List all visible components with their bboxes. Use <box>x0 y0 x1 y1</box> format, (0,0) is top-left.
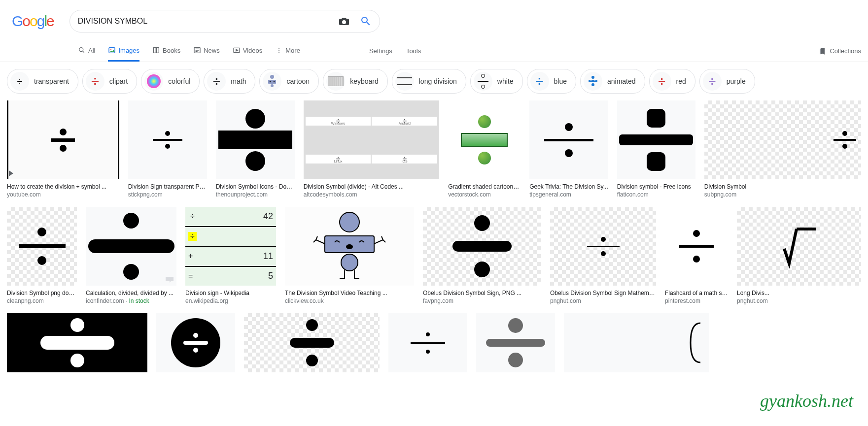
image-result[interactable] <box>156 313 235 372</box>
svg-point-17 <box>591 83 594 86</box>
result-source: flaticon.com <box>617 191 695 198</box>
image-result[interactable]: How to create the division ÷ symbol ... … <box>7 100 119 198</box>
result-title: Calculation, divided, divided by ... <box>86 290 176 296</box>
chip-keyboard[interactable]: keyboard <box>323 69 388 94</box>
svg-point-21 <box>341 254 358 271</box>
image-result[interactable]: Division symbol - Free icons flaticon.co… <box>617 100 695 198</box>
image-result[interactable] <box>476 313 555 372</box>
collections-link[interactable]: Collections <box>819 47 861 55</box>
tab-more-label: More <box>285 47 300 54</box>
image-result[interactable]: ÷42 ÷ +11 =5 Division sign - Wikipedia e… <box>185 207 276 304</box>
chip-long-division[interactable]: long division <box>392 69 466 94</box>
svg-point-8 <box>270 75 274 79</box>
image-result[interactable]: Division Symbol subpng.com <box>704 100 861 198</box>
divide-icon <box>144 72 163 91</box>
result-source: pinterest.com <box>665 297 728 304</box>
svg-point-12 <box>271 84 274 87</box>
divide-icon <box>474 72 492 91</box>
image-result[interactable]: Obelus Division Symbol Sign Mathemati...… <box>550 207 656 304</box>
svg-point-18 <box>340 212 359 232</box>
image-result[interactable]: The Division Symbol Video Teaching ... c… <box>285 207 414 304</box>
image-result[interactable] <box>7 313 147 372</box>
long-division-icon <box>395 72 414 91</box>
chip-cartoon[interactable]: cartoon <box>259 69 319 94</box>
tab-all[interactable]: All <box>78 40 95 62</box>
result-title: Gradient shaded cartoon d... <box>448 183 521 190</box>
result-source: subpng.com <box>704 191 861 198</box>
collections-label: Collections <box>830 47 861 55</box>
image-result[interactable]: Obelus Division Symbol Sign, PNG ... fav… <box>423 207 541 304</box>
search-input[interactable] <box>78 17 338 26</box>
divide-face-icon <box>584 72 602 91</box>
chip-white[interactable]: white <box>470 69 523 94</box>
svg-point-11 <box>274 81 275 82</box>
chip-transparent[interactable]: ÷transparent <box>7 69 78 94</box>
image-result[interactable]: Gradient shaded cartoon d... vectorstock… <box>448 100 521 198</box>
search-bar[interactable] <box>69 10 380 33</box>
divide-icon: ÷ <box>10 72 29 91</box>
svg-point-10 <box>270 81 271 82</box>
chip-colorful[interactable]: colorful <box>141 69 200 94</box>
image-result[interactable]: Long Divis... pnghut.com <box>737 207 861 304</box>
result-source: iconfinder.com · In stock <box>86 297 176 304</box>
result-title: Division symbol - Free icons <box>617 183 695 190</box>
tab-videos[interactable]: Videos <box>233 40 263 62</box>
result-source: youtube.com <box>7 191 119 198</box>
result-title: Division sign - Wikipedia <box>185 290 276 296</box>
image-result[interactable] <box>388 313 467 372</box>
result-source: en.wikipedia.org <box>185 297 276 304</box>
result-title: The Division Symbol Video Teaching ... <box>285 290 414 296</box>
image-result[interactable] <box>244 313 380 372</box>
result-source: clickview.co.uk <box>285 297 414 304</box>
play-icon <box>9 170 13 176</box>
chip-purple[interactable]: ÷purple <box>699 69 755 94</box>
result-source: vectorstock.com <box>448 191 521 198</box>
chip-math[interactable]: ÷math <box>204 69 255 94</box>
svg-point-15 <box>590 80 591 81</box>
tab-images-label: Images <box>118 47 139 54</box>
image-result[interactable]: Division Sign transparent PN... stickpng… <box>128 100 207 198</box>
chip-clipart[interactable]: ÷clipart <box>82 69 137 94</box>
tools-link[interactable]: Tools <box>406 47 421 55</box>
search-icon[interactable] <box>360 15 372 27</box>
result-title: Geek Trivia: The Division Sy... <box>529 183 608 190</box>
tab-images[interactable]: Images <box>108 40 139 62</box>
result-title: Long Divis... <box>737 290 861 296</box>
svg-point-2 <box>110 49 111 50</box>
svg-point-20 <box>346 244 353 249</box>
image-result[interactable]: Flashcard of a math sy... pinterest.com <box>665 207 728 304</box>
image-result[interactable]: Geek Trivia: The Division Sy... tipsgene… <box>529 100 608 198</box>
result-title: How to create the division ÷ symbol ... <box>7 183 119 190</box>
chip-red[interactable]: ÷red <box>649 69 695 94</box>
keyboard-icon <box>326 72 345 91</box>
image-result[interactable] <box>564 313 709 372</box>
tab-books[interactable]: Books <box>152 40 180 62</box>
result-source: altcodesymbols.com <box>304 191 439 198</box>
image-result[interactable]: Division Symbol png dow... cleanpng.com <box>7 207 77 304</box>
settings-link[interactable]: Settings <box>369 47 392 55</box>
svg-rect-9 <box>268 80 276 84</box>
chip-blue[interactable]: ÷blue <box>527 69 576 94</box>
camera-icon[interactable] <box>338 15 350 27</box>
result-source: favpng.com <box>423 297 541 304</box>
filter-chips-row: ÷transparent ÷clipart colorful ÷math car… <box>0 62 868 100</box>
result-title: Flashcard of a math sy... <box>665 290 728 296</box>
image-result[interactable]: ÷Windows ÷Android ÷Linux ÷iOS Division S… <box>304 100 439 198</box>
result-source: stickpng.com <box>128 191 207 198</box>
tag-icon <box>166 277 174 283</box>
chip-animated[interactable]: animated <box>580 69 645 94</box>
result-source: pnghut.com <box>737 297 861 304</box>
result-source: tipsgeneral.com <box>529 191 608 198</box>
result-title: Division Symbol png dow... <box>7 290 77 296</box>
result-title: Division Symbol (divide) - Alt Codes ... <box>304 183 439 190</box>
image-result[interactable]: Calculation, divided, divided by ... ico… <box>86 207 176 304</box>
google-logo[interactable]: Google <box>12 13 54 30</box>
divide-icon: ÷ <box>653 72 671 91</box>
result-source: pnghut.com <box>550 297 656 304</box>
result-title: Division Sign transparent PN... <box>128 183 207 190</box>
tab-news[interactable]: News <box>193 40 220 62</box>
svg-point-7 <box>278 52 279 53</box>
tab-videos-label: Videos <box>243 47 263 54</box>
tab-more[interactable]: More <box>275 40 300 62</box>
image-result[interactable]: Division Symbol Icons - Dow... thenounpr… <box>216 100 295 198</box>
